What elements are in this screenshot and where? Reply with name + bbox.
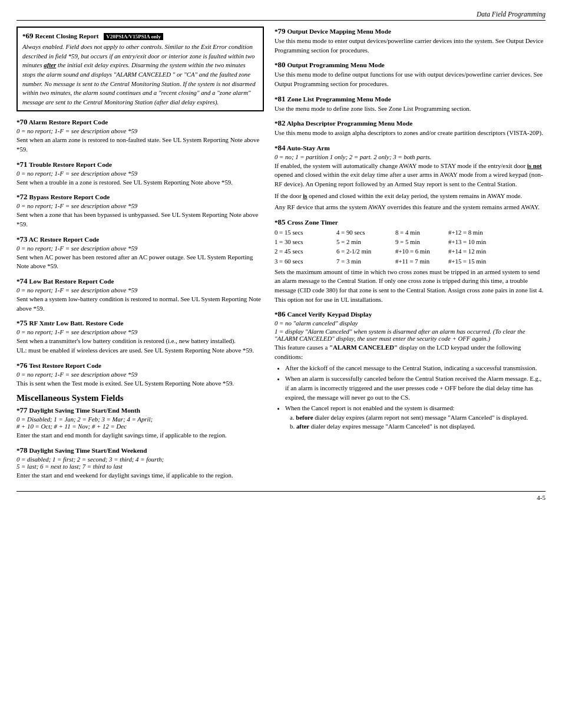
table-cell: #+12 = 8 min bbox=[448, 228, 483, 237]
header-title: Data Field Programming bbox=[477, 11, 546, 18]
table-cell: 1 = 30 secs bbox=[275, 237, 336, 246]
table-cell: 0 = 15 secs bbox=[275, 228, 336, 237]
section-80: *80 Output Programming Menu Mode Use thi… bbox=[275, 60, 546, 88]
section-75-body: Sent when a transmitter's low battery co… bbox=[16, 337, 264, 355]
list-item: When the Cancel report is not enabled an… bbox=[285, 404, 546, 431]
section-70-italic: 0 = no report; 1-F = see description abo… bbox=[16, 127, 264, 134]
table-cell: 7 = 3 min bbox=[336, 256, 395, 266]
section-69-title: *69 Recent Closing Report V20PSIA/V15PSI… bbox=[22, 32, 163, 39]
section-73-body: Sent when AC power has been restored aft… bbox=[16, 253, 264, 271]
table-cell: 6 = 2-1/2 min bbox=[336, 246, 395, 256]
section-71-body: Sent when a trouble in a zone is restore… bbox=[16, 178, 264, 187]
section-78-body: Enter the start and end weekend for dayl… bbox=[16, 471, 264, 480]
section-72: *72 Bypass Restore Report Code 0 = no re… bbox=[16, 192, 264, 229]
table-cell: #+13 = 10 min bbox=[448, 237, 486, 246]
section-82-title: *82 Alpha Descriptor Programming Menu Mo… bbox=[275, 118, 546, 128]
section-84-body1: If enabled, the system will automaticall… bbox=[275, 162, 546, 189]
section-71-title: *71 Trouble Restore Report Code bbox=[16, 160, 264, 169]
section-86-title: *86 Cancel Verify Keypad Display bbox=[275, 309, 546, 319]
table-cell: #+11 = 7 min bbox=[395, 256, 448, 266]
section-69-badge: V20PSIA/V15PSIA only bbox=[104, 33, 163, 40]
section-84-body2: If the door is opened and closed within … bbox=[275, 192, 546, 201]
section-74-italic: 0 = no report; 1-F = see description abo… bbox=[16, 286, 264, 294]
section-78: *78 Daylight Saving Time Start/End Weeke… bbox=[16, 446, 264, 480]
section-82-body: Use this menu mode to assign alpha descr… bbox=[275, 129, 546, 138]
section-71-italic: 0 = no report; 1-F = see description abo… bbox=[16, 170, 264, 177]
table-cell: 8 = 4 min bbox=[395, 228, 448, 237]
section-85-title: *85 Cross Zone Timer bbox=[275, 218, 546, 227]
section-86: *86 Cancel Verify Keypad Display 0 = no … bbox=[275, 309, 546, 431]
section-70: *70 Alarm Restore Report Code 0 = no rep… bbox=[16, 117, 264, 154]
section-81: *81 Zone List Programming Menu Mode Use … bbox=[275, 94, 546, 114]
section-76-italic: 0 = no report; 1-F = see description abo… bbox=[16, 371, 264, 378]
section-85: *85 Cross Zone Timer 0 = 15 secs 4 = 90 … bbox=[275, 218, 546, 304]
misc-header: Miscellaneous System Fields bbox=[16, 393, 264, 403]
section-84-italic: 0 = no; 1 = partition 1 only; 2 = part. … bbox=[275, 153, 546, 160]
section-69-body: Always enabled. Field does not apply to … bbox=[22, 42, 258, 107]
section-74: *74 Low Bat Restore Report Code 0 = no r… bbox=[16, 276, 264, 313]
section-77-italic: 0 = Disabled; 1 = Jan; 2 = Feb; 3 = Mar;… bbox=[16, 416, 264, 430]
section-84: *84 Auto-Stay Arm 0 = no; 1 = partition … bbox=[275, 143, 546, 212]
section-72-body: Sent when a zone that has been bypassed … bbox=[16, 210, 264, 229]
section-69-body-text2: Similar to the Exit Error condition desc… bbox=[22, 43, 256, 106]
section-73: *73 AC Restore Report Code 0 = no report… bbox=[16, 235, 264, 271]
table-row: 3 = 60 secs 7 = 3 min #+11 = 7 min #+15 … bbox=[275, 256, 546, 266]
section-85-body: Sets the maximum amount of time in which… bbox=[275, 268, 546, 305]
table-cell: 4 = 90 secs bbox=[336, 228, 395, 237]
page: Data Field Programming *69 Recent Closin… bbox=[0, 0, 562, 728]
section-72-italic: 0 = no report; 1-F = see description abo… bbox=[16, 202, 264, 209]
section-76: *76 Test Restore Report Code 0 = no repo… bbox=[16, 361, 264, 388]
table-cell: 5 = 2 min bbox=[336, 237, 395, 246]
table-row: 0 = 15 secs 4 = 90 secs 8 = 4 min #+12 =… bbox=[275, 228, 546, 237]
section-72-title: *72 Bypass Restore Report Code bbox=[16, 192, 264, 202]
right-column: *79 Output Device Mapping Menu Mode Use … bbox=[275, 27, 546, 485]
section-70-body: Sent when an alarm zone is restored to n… bbox=[16, 136, 264, 154]
section-77: *77 Daylight Saving Time Start/End Month… bbox=[16, 406, 264, 440]
section-69-num: 69 bbox=[26, 31, 34, 40]
section-85-table: 0 = 15 secs 4 = 90 secs 8 = 4 min #+12 =… bbox=[275, 228, 546, 266]
section-73-italic: 0 = no report; 1-F = see description abo… bbox=[16, 245, 264, 252]
section-78-italic: 0 = disabled; 1 = first; 2 = second; 3 =… bbox=[16, 456, 264, 470]
table-cell: 3 = 60 secs bbox=[275, 256, 336, 266]
section-80-title: *80 Output Programming Menu Mode bbox=[275, 60, 546, 70]
table-row: 1 = 30 secs 5 = 2 min 9 = 5 min #+13 = 1… bbox=[275, 237, 546, 246]
section-79: *79 Output Device Mapping Menu Mode Use … bbox=[275, 27, 546, 55]
section-84-body3: Any RF device that arms the system AWAY … bbox=[275, 203, 546, 212]
page-number: 4-5 bbox=[537, 494, 546, 501]
section-76-title: *76 Test Restore Report Code bbox=[16, 361, 264, 370]
section-79-body: Use this menu mode to enter output devic… bbox=[275, 37, 546, 55]
table-cell: 9 = 5 min bbox=[395, 237, 448, 246]
section-86-bullets: After the kickoff of the cancel message … bbox=[285, 364, 546, 431]
section-71: *71 Trouble Restore Report Code 0 = no r… bbox=[16, 160, 264, 187]
list-item: After the kickoff of the cancel message … bbox=[285, 364, 546, 373]
section-80-body: Use this menu mode to define output func… bbox=[275, 70, 546, 88]
list-item: When an alarm is successfully canceled b… bbox=[285, 374, 546, 402]
section-86-body1: This feature causes a "ALARM CANCELED" d… bbox=[275, 343, 546, 361]
section-77-title: *77 Daylight Saving Time Start/End Month bbox=[16, 406, 264, 415]
section-81-body: Use the menu mode to define zone lists. … bbox=[275, 104, 546, 114]
table-cell: #+14 = 12 min bbox=[448, 246, 486, 256]
left-column: *69 Recent Closing Report V20PSIA/V15PSI… bbox=[16, 27, 264, 485]
section-79-title: *79 Output Device Mapping Menu Mode bbox=[275, 27, 546, 36]
section-69-body-text: Always enabled. Field does not apply to … bbox=[22, 43, 163, 50]
section-86-italic0: 0 = no "alarm canceled" display bbox=[275, 319, 546, 327]
section-81-title: *81 Zone List Programming Menu Mode bbox=[275, 94, 546, 104]
table-row: 2 = 45 secs 6 = 2-1/2 min #+10 = 6 min #… bbox=[275, 246, 546, 256]
section-75-italic: 0 = no report; 1-F = see description abo… bbox=[16, 328, 264, 335]
section-75-title: *75 RF Xmtr Low Batt. Restore Code bbox=[16, 318, 264, 328]
section-78-title: *78 Daylight Saving Time Start/End Weeke… bbox=[16, 446, 264, 455]
table-cell: 2 = 45 secs bbox=[275, 246, 336, 256]
section-73-title: *73 AC Restore Report Code bbox=[16, 235, 264, 244]
table-cell: #+15 = 15 min bbox=[448, 256, 486, 266]
section-70-title: *70 Alarm Restore Report Code bbox=[16, 117, 264, 127]
section-76-body: This is sent when the Test mode is exite… bbox=[16, 379, 264, 388]
section-74-title: *74 Low Bat Restore Report Code bbox=[16, 276, 264, 286]
section-74-body: Sent when a system low-battery condition… bbox=[16, 295, 264, 313]
page-header: Data Field Programming bbox=[16, 11, 546, 21]
section-75: *75 RF Xmtr Low Batt. Restore Code 0 = n… bbox=[16, 318, 264, 355]
page-footer: 4-5 bbox=[16, 491, 546, 501]
section-77-body: Enter the start and end month for daylig… bbox=[16, 431, 264, 440]
section-82: *82 Alpha Descriptor Programming Menu Mo… bbox=[275, 118, 546, 138]
section-86-italic1: 1 = display "Alarm Canceled" when system… bbox=[275, 328, 546, 342]
two-column-layout: *69 Recent Closing Report V20PSIA/V15PSI… bbox=[16, 27, 546, 485]
